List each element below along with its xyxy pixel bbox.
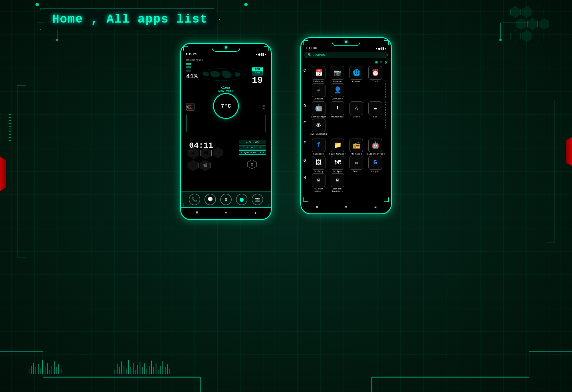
- app-clock[interactable]: ⏰ Clock: [366, 66, 384, 83]
- letter-h: H: [303, 173, 310, 193]
- app-downloads[interactable]: ⬇ Downloads: [329, 101, 346, 118]
- svg-text:⚙: ⚙: [251, 162, 253, 167]
- chrome-icon-box: 🌐: [349, 66, 363, 80]
- contacts-icon-box: 👤: [331, 83, 344, 97]
- gallery-label: Gallery: [314, 170, 323, 173]
- app-hitech-launcher[interactable]: 🖥 Hi-Tech Lau...: [310, 173, 327, 193]
- app-fullscreentest[interactable]: 🤖 FullScreenTest: [366, 139, 384, 155]
- svg-rect-38: [35, 367, 36, 374]
- flight-widget[interactable]: Flight Mode : Off: [239, 150, 266, 155]
- app-filemanager[interactable]: 📁 File Manager: [329, 139, 346, 155]
- red-accent-left: [0, 157, 6, 191]
- hex-icon-4[interactable]: ⚙: [188, 160, 198, 171]
- app-fmradio[interactable]: 📻 FM Radio: [347, 139, 365, 155]
- dock-browser[interactable]: ⬤: [236, 194, 247, 205]
- phone-notch-2: [332, 38, 360, 46]
- alpha-w[interactable]: W: [385, 124, 386, 127]
- svg-rect-54: [124, 366, 124, 374]
- hex-icon-3[interactable]: ↔: [213, 147, 223, 158]
- app-getapps[interactable]: 🗺 GetApps: [329, 156, 346, 173]
- alpha-f[interactable]: F: [385, 91, 386, 93]
- fullscreentest-label: FullScreenTest: [366, 153, 385, 155]
- app-duo[interactable]: ▬ Duo: [366, 101, 384, 118]
- nav-square-2[interactable]: ■: [316, 205, 318, 209]
- svg-rect-67: [153, 367, 154, 374]
- alpha-u[interactable]: U: [385, 119, 386, 121]
- alpha-g[interactable]: G: [385, 93, 386, 96]
- page-title: Home , All apps list: [52, 13, 208, 26]
- app-hitech-launcher2[interactable]: 🖥 Hitech Launc...: [329, 173, 346, 193]
- app-defaultapps[interactable]: 🤖 DeafultApps: [310, 101, 327, 118]
- connectivity-widgets: Wifi : Off Bluetooth : On Flight Mode : …: [239, 140, 266, 155]
- status-bar-1: 4:11 PM ♦ ⬤ ▊▊ ▮: [183, 52, 269, 56]
- svg-rect-53: [121, 361, 122, 374]
- alphabet-sidebar: C D E F G H I L M N P R S T U V W: [385, 83, 386, 129]
- svg-rect-43: [47, 363, 48, 374]
- svg-rect-59: [135, 370, 136, 374]
- alpha-i[interactable]: I: [385, 99, 386, 101]
- hex-icon-2[interactable]: 🖼: [200, 147, 212, 159]
- wifi-widget[interactable]: Wifi : Off: [239, 140, 266, 144]
- app-calendar[interactable]: 📅 Calendar: [310, 66, 327, 83]
- app-contacts[interactable]: 👤 Contacts: [329, 83, 346, 100]
- app-facebook[interactable]: f Facebook: [310, 139, 327, 155]
- alpha-v[interactable]: V: [385, 122, 386, 124]
- svg-rect-29: [9, 126, 11, 127]
- hex-icon-5[interactable]: 🎬: [200, 160, 210, 171]
- svg-rect-31: [9, 131, 11, 132]
- alpha-c[interactable]: C: [385, 83, 386, 85]
- app-eyecatching[interactable]: 👁 Eye Catching ...: [310, 119, 327, 138]
- app-gmail[interactable]: ✉ Gmail: [347, 156, 365, 173]
- settings-icon[interactable]: ⚙: [385, 60, 387, 65]
- phone2-screen: 4:11 PM ♦ ⬤ ▊▊ ▮ 🔍 Search ⊞ ≡ ⚙: [301, 38, 391, 213]
- bluetooth-widget[interactable]: Bluetooth : On: [239, 145, 266, 149]
- alpha-h[interactable]: H: [385, 96, 386, 98]
- alpha-n[interactable]: N: [385, 106, 386, 109]
- phone1-dock: 📞 💬 ⊞ ⬤ 📷: [181, 191, 271, 208]
- alpha-d[interactable]: D: [385, 86, 386, 88]
- app-drive[interactable]: △ Drive: [347, 101, 365, 118]
- svg-rect-36: [31, 366, 32, 374]
- phones-container: 4:11 PM ♦ ⬤ ▊▊ ▮ DisCharging: [180, 37, 392, 220]
- alpha-l[interactable]: L: [385, 101, 386, 103]
- list-view-icon[interactable]: ≡: [380, 60, 382, 65]
- hex-icon-1[interactable]: ⊕: [188, 147, 199, 159]
- alpha-s[interactable]: S: [385, 114, 386, 116]
- svg-rect-71: [162, 361, 163, 374]
- app-gallery[interactable]: 🖼 Gallery: [310, 156, 327, 173]
- nav-circle-2[interactable]: ●: [345, 205, 347, 209]
- drive-icon-box: △: [349, 101, 363, 115]
- nav-circle-1[interactable]: ●: [225, 210, 227, 215]
- discharging-text: DisCharging: [186, 59, 203, 62]
- app-list-header: ⊞ ≡ ⚙: [303, 60, 387, 65]
- app-camera[interactable]: 📷 Camera: [329, 66, 346, 83]
- nav-square-1[interactable]: ■: [196, 210, 198, 215]
- alpha-e[interactable]: E: [385, 88, 386, 91]
- social-icons-section: 📷 🐦: [263, 105, 265, 110]
- gmail-label: Gmail: [353, 170, 360, 173]
- alpha-t[interactable]: T: [385, 117, 386, 119]
- svg-rect-37: [33, 363, 34, 374]
- nav-back-2[interactable]: ◀: [374, 205, 376, 209]
- google-label: Google: [371, 170, 380, 173]
- downloads-icon-box: ⬇: [331, 101, 344, 115]
- grid-view-icon[interactable]: ⊞: [375, 60, 378, 65]
- app-google[interactable]: G Google: [366, 156, 384, 173]
- alpha-y[interactable]: Y: [385, 127, 386, 129]
- svg-point-9: [35, 3, 39, 6]
- alpha-p[interactable]: P: [385, 109, 386, 111]
- location-section: Clear New York: [219, 86, 234, 93]
- alpha-m[interactable]: M: [385, 104, 386, 106]
- filemanager-label: File Manager: [329, 153, 346, 155]
- dock-phone[interactable]: 📞: [189, 194, 200, 205]
- dock-camera[interactable]: 📷: [252, 194, 263, 205]
- search-bar[interactable]: 🔍 Search: [305, 52, 388, 58]
- app-compass[interactable]: ⊘ Compass: [310, 83, 327, 100]
- nav-back-1[interactable]: ◀: [254, 210, 256, 215]
- svg-rect-45: [51, 366, 52, 374]
- app-chrome[interactable]: 🌐 Chrome: [347, 66, 365, 83]
- dock-apps[interactable]: ⊞: [220, 194, 232, 205]
- alpha-r[interactable]: R: [385, 111, 386, 114]
- weather-condition: Clear: [219, 86, 234, 89]
- dock-messages[interactable]: 💬: [204, 194, 216, 205]
